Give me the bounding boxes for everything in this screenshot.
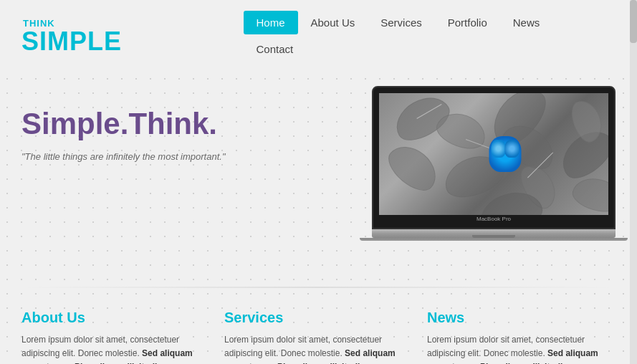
hero-image-area: MacBook Pro [372, 86, 616, 241]
laptop-display [379, 93, 608, 215]
nav-item-contact[interactable]: Contact [244, 37, 307, 61]
nav-row-1: Home About Us Services Portfolio News [244, 11, 553, 34]
scrollbar[interactable] [630, 0, 637, 364]
header: THINK SIMPLE Home About Us Services Port… [0, 0, 637, 72]
laptop-mockup: MacBook Pro [372, 86, 616, 241]
nav-item-services[interactable]: Services [368, 11, 435, 34]
services-text: Lorem ipsum dolor sit amet, consectetuer… [224, 333, 413, 364]
about-us-title: About Us [21, 310, 210, 326]
about-us-section: About Us Lorem ipsum dolor sit amet, con… [21, 310, 210, 364]
nav-item-portfolio[interactable]: Portfolio [435, 11, 500, 34]
main-nav: Home About Us Services Portfolio News Co… [244, 11, 616, 61]
laptop-screen-outer: MacBook Pro [372, 86, 616, 229]
news-title: News [427, 310, 616, 326]
laptop-screen [379, 93, 608, 215]
logo: THINK SIMPLE [21, 18, 122, 54]
news-section: News Lorem ipsum dolor sit amet, consect… [427, 310, 616, 364]
news-text: Lorem ipsum dolor sit amet, consectetuer… [427, 333, 616, 364]
logo-simple: SIMPLE [21, 29, 122, 54]
hero-quote: "The little things are infinitely the mo… [21, 151, 358, 162]
scrollbar-thumb[interactable] [630, 0, 637, 43]
hero-text-area: Simple.Think. "The little things are inf… [21, 86, 358, 162]
hero-section: Simple.Think. "The little things are inf… [0, 72, 637, 287]
about-us-text: Lorem ipsum dolor sit amet, consectetuer… [21, 333, 210, 364]
info-sections: About Us Lorem ipsum dolor sit amet, con… [0, 288, 637, 364]
nav-row-2: Contact [244, 37, 616, 61]
hero-title: Simple.Think. [21, 107, 358, 140]
nav-item-news[interactable]: News [500, 11, 553, 34]
brain-icon [489, 136, 522, 172]
services-section: Services Lorem ipsum dolor sit amet, con… [224, 310, 413, 364]
nav-item-about[interactable]: About Us [298, 11, 368, 34]
services-title: Services [224, 310, 413, 326]
laptop-base [372, 229, 616, 238]
macbook-label: MacBook Pro [379, 216, 608, 222]
nav-item-home[interactable]: Home [244, 11, 298, 34]
laptop-foot [360, 238, 628, 241]
